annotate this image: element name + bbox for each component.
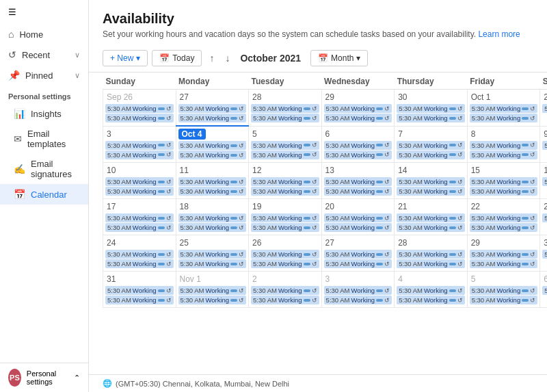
working-event[interactable]: 5:30 AMWorking↺ [542,250,547,259]
working-event[interactable]: 5:30 AMWorking↺ [324,187,392,196]
calendar-cell[interactable]: 285:30 AMWorking↺5:30 AMWorking↺ [249,90,322,127]
working-event[interactable]: 5:30 AMWorking↺ [105,213,174,222]
working-event[interactable]: 5:30 AMWorking↺ [397,259,465,268]
working-event[interactable]: 5:30 AMWorking↺ [542,104,547,113]
working-event[interactable]: 5:30 AMWorking↺ [397,114,465,122]
working-event[interactable]: 5:30 AMWorking↺ [251,223,319,232]
working-event[interactable]: 5:30 AMWorking↺ [324,213,392,222]
working-event[interactable]: 5:30 AMWorking↺ [251,259,319,268]
sidebar-item-recent[interactable]: ↺ Recent ∨ [0,44,88,65]
calendar-cell[interactable]: 45:30 AMWorking↺5:30 AMWorking↺ [395,272,468,308]
working-event[interactable]: 5:30 AMWorking↺ [470,151,538,159]
working-event[interactable]: 5:30 AMWorking↺ [178,296,247,304]
working-event[interactable]: 5:30 AMWorking↺ [397,187,465,196]
calendar-cell[interactable]: 125:30 AMWorking↺5:30 AMWorking↺ [249,163,322,199]
working-event[interactable]: 5:30 AMWorking↺ [470,250,538,259]
working-event[interactable]: 5:30 AMWorking↺ [251,213,319,222]
new-button[interactable]: + New ▾ [103,50,148,66]
calendar-cell[interactable]: 285:30 AMWorking↺5:30 AMWorking↺ [395,235,468,272]
working-event[interactable]: 5:30 AMWorking↺ [470,286,538,295]
working-event[interactable]: 5:30 AMWorking↺ [105,296,174,304]
calendar-cell[interactable]: Oct 45:30 AMWorking↺5:30 AMWorking↺ [176,126,249,163]
working-event[interactable]: 5:30 AMWorking↺ [251,250,319,259]
calendar-cell[interactable]: 305:30 AMWorking↺5:30 AMWorking↺ [395,90,468,127]
working-event[interactable]: 5:30 AMWorking↺ [105,141,174,150]
working-event[interactable]: 5:30 AMWorking↺ [178,223,247,232]
working-event[interactable]: 5:30 AMWorking↺ [251,296,319,304]
working-event[interactable]: 5:30 AMWorking↺ [397,141,465,150]
calendar-cell[interactable]: 195:30 AMWorking↺5:30 AMWorking↺ [249,199,322,235]
working-event[interactable]: 5:30 AMWorking↺ [397,213,465,222]
working-event[interactable]: 5:30 AMWorking↺ [397,104,465,113]
working-event[interactable]: 5:30 AMWorking↺ [542,177,547,186]
calendar-cell[interactable]: Nov 15:30 AMWorking↺5:30 AMWorking↺ [176,272,249,308]
working-event[interactable]: 5:30 AMWorking↺ [324,151,392,159]
calendar-cell[interactable]: 115:30 AMWorking↺5:30 AMWorking↺ [176,163,249,199]
working-event[interactable]: 5:30 AMWorking↺ [470,104,538,113]
calendar-cell[interactable]: 75:30 AMWorking↺5:30 AMWorking↺ [395,126,468,163]
working-event[interactable]: 5:30 AMWorking↺ [178,187,247,196]
working-event[interactable]: 5:30 AMWorking↺ [324,250,392,259]
calendar-cell[interactable]: 295:30 AMWorking↺5:30 AMWorking↺ [467,235,540,272]
calendar-cell[interactable]: 145:30 AMWorking↺5:30 AMWorking↺ [395,163,468,199]
working-event[interactable]: 5:30 AMWorking↺ [178,177,247,186]
calendar-cell[interactable]: 105:30 AMWorking↺5:30 AMWorking↺ [103,163,176,199]
calendar-cell[interactable]: 225:30 AMWorking↺5:30 AMWorking↺ [467,199,540,235]
working-event[interactable]: 5:30 AMWorking↺ [105,114,174,122]
hamburger-button[interactable]: ☰ [0,0,88,24]
working-event[interactable]: 5:30 AMWorking↺ [324,141,392,150]
calendar-cell[interactable]: 305:30 AMWorking↺ [540,235,547,272]
sidebar-item-pinned[interactable]: 📌 Pinned ∨ [0,65,88,86]
calendar-cell[interactable]: 85:30 AMWorking↺5:30 AMWorking↺ [467,126,540,163]
working-event[interactable]: 5:30 AMWorking↺ [324,223,392,232]
working-event[interactable]: 5:30 AMWorking↺ [470,177,538,186]
working-event[interactable]: 5:30 AMWorking↺ [251,151,319,159]
calendar-cell[interactable]: 155:30 AMWorking↺5:30 AMWorking↺ [467,163,540,199]
calendar-cell[interactable]: 35:30 AMWorking↺5:30 AMWorking↺ [321,272,395,308]
working-event[interactable]: 5:30 AMWorking↺ [397,223,465,232]
working-event[interactable]: 5:30 AMWorking↺ [251,114,319,122]
working-event[interactable]: 5:30 AMWorking↺ [178,114,247,122]
learn-more-link[interactable]: Learn more [478,29,520,39]
calendar-cell[interactable]: 205:30 AMWorking↺5:30 AMWorking↺ [321,199,395,235]
working-event[interactable]: 5:30 AMWorking↺ [397,286,465,295]
working-event[interactable]: 5:30 AMWorking↺ [470,213,538,222]
working-event[interactable]: 5:30 AMWorking↺ [105,223,174,232]
working-event[interactable]: 5:30 AMWorking↺ [397,250,465,259]
working-event[interactable]: 5:30 AMWorking↺ [178,151,247,159]
calendar-cell[interactable]: 55:30 AMWorking↺5:30 AMWorking↺ [249,126,322,163]
calendar-cell[interactable]: Sep 265:30 AMWorking↺5:30 AMWorking↺ [103,90,176,127]
calendar-cell[interactable]: 165:30 AMWorking↺ [540,163,547,199]
calendar-cell[interactable]: 65:30 AMWorking↺5:30 AMWorking↺ [321,126,395,163]
working-event[interactable]: 5:30 AMWorking↺ [251,177,319,186]
working-event[interactable]: 5:30 AMWorking↺ [542,213,547,222]
working-event[interactable]: 5:30 AMWorking↺ [105,151,174,159]
working-event[interactable]: 5:30 AMWorking↺ [542,141,547,150]
calendar-cell[interactable]: 25:30 AMWorking↺5:30 AMWorking↺ [249,272,322,308]
sidebar-item-insights[interactable]: 📊 Insights [0,103,88,124]
working-event[interactable]: 5:30 AMWorking↺ [470,141,538,150]
calendar-cell[interactable]: 135:30 AMWorking↺5:30 AMWorking↺ [321,163,395,199]
calendar-cell[interactable]: 235:30 AMWorking↺ [540,199,547,235]
working-event[interactable]: 5:30 AMWorking↺ [105,177,174,186]
calendar-cell[interactable]: 255:30 AMWorking↺5:30 AMWorking↺ [176,235,249,272]
working-event[interactable]: 5:30 AMWorking↺ [397,296,465,304]
working-event[interactable]: 5:30 AMWorking↺ [324,259,392,268]
working-event[interactable]: 5:30 AMWorking↺ [105,286,174,295]
calendar-cell[interactable]: 25:30 AMWorking↺ [540,90,547,127]
calendar-cell[interactable]: 295:30 AMWorking↺5:30 AMWorking↺ [321,90,395,127]
calendar-cell[interactable]: 245:30 AMWorking↺5:30 AMWorking↺ [103,235,176,272]
sidebar-item-home[interactable]: ⌂ Home [0,24,88,44]
calendar-cell[interactable]: 315:30 AMWorking↺5:30 AMWorking↺ [103,272,176,308]
calendar-cell[interactable]: 185:30 AMWorking↺5:30 AMWorking↺ [176,199,249,235]
calendar-cell[interactable]: 215:30 AMWorking↺5:30 AMWorking↺ [395,199,468,235]
working-event[interactable]: 5:30 AMWorking↺ [470,187,538,196]
prev-button[interactable]: ↑ [206,51,217,65]
personal-settings-footer[interactable]: PS Personal settings ⌃ [0,363,88,392]
today-button[interactable]: 📅 Today [152,50,202,66]
working-event[interactable]: 5:30 AMWorking↺ [178,213,247,222]
calendar-cell[interactable]: 265:30 AMWorking↺5:30 AMWorking↺ [249,235,322,272]
working-event[interactable]: 5:30 AMWorking↺ [251,141,319,150]
working-event[interactable]: 5:30 AMWorking↺ [397,177,465,186]
working-event[interactable]: 5:30 AMWorking↺ [324,177,392,186]
